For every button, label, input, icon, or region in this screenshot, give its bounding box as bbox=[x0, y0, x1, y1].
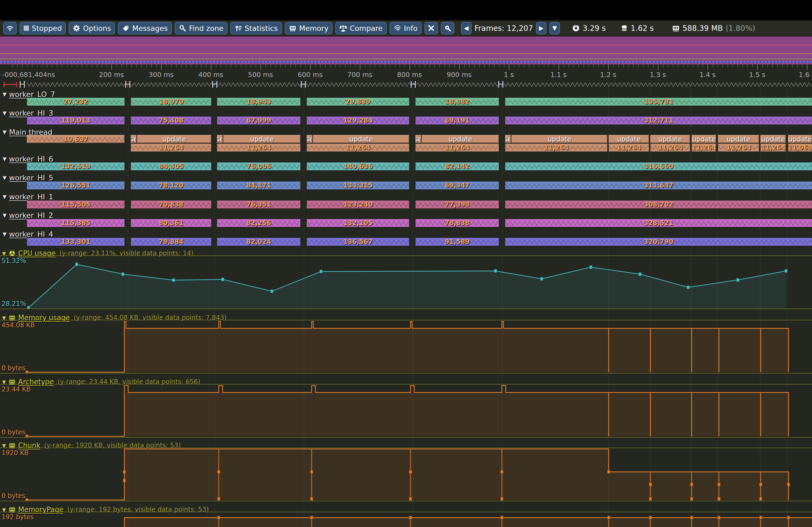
zone-bar-se[interactable]: se bbox=[416, 135, 421, 143]
thread-label[interactable]: ▼worker_HI_3 bbox=[3, 109, 53, 117]
zoom-button[interactable] bbox=[441, 22, 454, 34]
zone-bar[interactable]: 11,068 bbox=[788, 144, 812, 152]
messages-button[interactable]: Messages bbox=[118, 22, 172, 34]
plot-header[interactable]: ▼Archetype(y-range: 23.44 KB, visible da… bbox=[2, 378, 200, 386]
zone-bar-update[interactable]: update bbox=[609, 135, 649, 143]
plot-memorypage[interactable] bbox=[0, 512, 812, 527]
plot-cpu-usage[interactable] bbox=[0, 256, 812, 308]
zone-bar[interactable]: 70,838 bbox=[131, 200, 211, 209]
plot-memory-usage[interactable] bbox=[0, 320, 812, 373]
frame-overview-graph[interactable] bbox=[0, 36, 812, 64]
plot-header[interactable]: ▼CPU usage(y-range: 23.11%, visible data… bbox=[2, 250, 193, 257]
thread-label[interactable]: ▼worker_HI_1 bbox=[3, 193, 53, 201]
zone-bar[interactable]: 11,264 bbox=[505, 144, 607, 152]
zone-bar[interactable]: 82,256 bbox=[217, 219, 301, 227]
thread-label[interactable]: ▼worker_HI_2 bbox=[3, 211, 53, 219]
plot-header[interactable]: ▼Chunk(y-range: 1920 KB, visible data po… bbox=[2, 442, 181, 449]
zone-bar-se[interactable]: se bbox=[307, 135, 313, 143]
zone-bar[interactable]: 11,264 bbox=[307, 144, 409, 152]
zone-bar[interactable]: 11,264 bbox=[760, 144, 786, 152]
frame-dropdown-button[interactable]: ▼ bbox=[549, 22, 560, 34]
zone-bar[interactable]: 82,142 bbox=[416, 162, 499, 170]
zone-bar-update[interactable]: update bbox=[313, 135, 409, 143]
zone-bar[interactable]: 69,191 bbox=[416, 117, 499, 124]
zone-bar[interactable]: 18,970 bbox=[131, 98, 211, 106]
tools-button[interactable] bbox=[424, 22, 438, 34]
collapse-arrow-icon[interactable]: ▼ bbox=[3, 129, 7, 135]
prev-frame-button[interactable]: ◀ bbox=[461, 22, 472, 34]
collapse-arrow-icon[interactable]: ▼ bbox=[3, 231, 7, 237]
zone-bar-update[interactable]: update bbox=[718, 135, 759, 143]
plot-chunk[interactable] bbox=[0, 448, 812, 501]
zone-bar[interactable]: 115,385 bbox=[27, 219, 125, 227]
stopped-button[interactable]: Stopped bbox=[19, 22, 66, 34]
frame-set-marker[interactable]: H bbox=[300, 79, 307, 90]
collapse-arrow-icon[interactable]: ▼ bbox=[3, 212, 7, 218]
zone-bar[interactable]: 129,284 bbox=[307, 117, 409, 124]
zone-bar[interactable]: 27,232 bbox=[27, 98, 125, 106]
find-zone-button[interactable]: Find zone bbox=[175, 22, 228, 34]
zone-bar[interactable]: 11,264 bbox=[609, 144, 649, 152]
zone-bar[interactable]: 79,884 bbox=[131, 238, 211, 246]
thread-label[interactable]: ▼worker_HI_4 bbox=[3, 230, 53, 238]
frame-markers-row[interactable]: HHHHHH bbox=[0, 79, 812, 90]
zone-bar[interactable]: 11,264 bbox=[718, 144, 759, 152]
collapse-arrow-icon[interactable]: ▼ bbox=[2, 315, 6, 321]
zone-bar-update[interactable]: update bbox=[422, 135, 499, 143]
zone-bar[interactable]: 80,361 bbox=[131, 219, 211, 227]
zone-bar[interactable]: 316,660 bbox=[505, 162, 812, 170]
zone-bar[interactable]: 11,264 bbox=[131, 144, 211, 152]
zone-bar[interactable]: 119,013 bbox=[27, 117, 125, 124]
zone-bar[interactable]: 320,790 bbox=[505, 238, 812, 246]
zone-bar-update[interactable]: update bbox=[788, 135, 812, 143]
zone-bar[interactable]: 77,393 bbox=[416, 200, 499, 209]
zone-bar[interactable]: 18,882 bbox=[416, 98, 499, 106]
zone-bar[interactable]: 133,301 bbox=[27, 238, 125, 246]
zone-bar[interactable]: 82,024 bbox=[217, 238, 301, 246]
collapse-arrow-icon[interactable]: ▼ bbox=[2, 443, 6, 448]
plot-archetype[interactable] bbox=[0, 385, 812, 437]
frame-set-marker[interactable]: H bbox=[19, 79, 26, 90]
zone-bar[interactable]: 76,351 bbox=[217, 200, 301, 209]
zone-bar-update[interactable]: update bbox=[137, 135, 211, 143]
zone-bar[interactable]: 132,105 bbox=[307, 219, 409, 227]
zone-bar[interactable]: 84,171 bbox=[217, 181, 301, 190]
plot-header[interactable]: ▼Memory usage(y-range: 454.08 KB, visibl… bbox=[2, 314, 227, 321]
collapse-arrow-icon[interactable]: ▼ bbox=[3, 91, 7, 97]
connection-button[interactable] bbox=[3, 22, 17, 34]
zone-bar-se[interactable]: se bbox=[217, 135, 223, 143]
zone-bar[interactable]: 132,519 bbox=[27, 162, 125, 170]
zone-bar[interactable]: 11,264 bbox=[217, 144, 301, 152]
collapse-arrow-icon[interactable]: ▼ bbox=[2, 507, 6, 512]
zone-bar[interactable]: 136,567 bbox=[307, 238, 409, 246]
zone-bar[interactable]: 18,943 bbox=[217, 98, 301, 106]
collapse-arrow-icon[interactable]: ▼ bbox=[3, 194, 7, 200]
zone-bar-update[interactable]: update bbox=[650, 135, 690, 143]
zone-bar[interactable]: 91,589 bbox=[416, 238, 499, 246]
frame-set-marker[interactable]: H bbox=[410, 79, 417, 90]
zone-bar[interactable]: 311,647 bbox=[505, 181, 812, 190]
collapse-arrow-icon[interactable]: ▼ bbox=[2, 379, 6, 385]
zone-bar[interactable]: 140,636 bbox=[307, 162, 409, 170]
memory-button[interactable]: Memory bbox=[285, 22, 333, 34]
frame-set-marker[interactable]: H bbox=[211, 79, 218, 90]
zone-bar[interactable]: 29,839 bbox=[307, 98, 409, 106]
zone-bar[interactable]: 312,711 bbox=[505, 117, 812, 124]
zone-bar-update[interactable]: update bbox=[760, 135, 786, 143]
thread-label[interactable]: ▼worker_HI_6 bbox=[3, 155, 53, 163]
zone-bar[interactable]: 123,240 bbox=[307, 200, 409, 209]
zone-bar[interactable]: 67,999 bbox=[217, 117, 301, 124]
zone-bar[interactable]: 75,408 bbox=[131, 117, 211, 124]
next-frame-button[interactable]: ▶ bbox=[536, 22, 547, 34]
collapse-arrow-icon[interactable]: ▼ bbox=[2, 251, 6, 256]
collapse-arrow-icon[interactable]: ▼ bbox=[3, 110, 7, 116]
compare-button[interactable]: Compare bbox=[335, 22, 387, 34]
zone-bar[interactable]: 69,347 bbox=[416, 181, 499, 190]
zone-bar-update[interactable]: update bbox=[223, 135, 301, 143]
zone-bar[interactable]: 78,838 bbox=[416, 219, 499, 227]
statistics-button[interactable]: Statistics bbox=[230, 22, 282, 34]
info-button[interactable]: Info bbox=[390, 22, 422, 34]
zone-bar[interactable]: 11,264 bbox=[416, 144, 499, 152]
zone-bar[interactable]: 115,505 bbox=[27, 200, 125, 209]
frame-set-marker[interactable]: H bbox=[124, 79, 131, 90]
